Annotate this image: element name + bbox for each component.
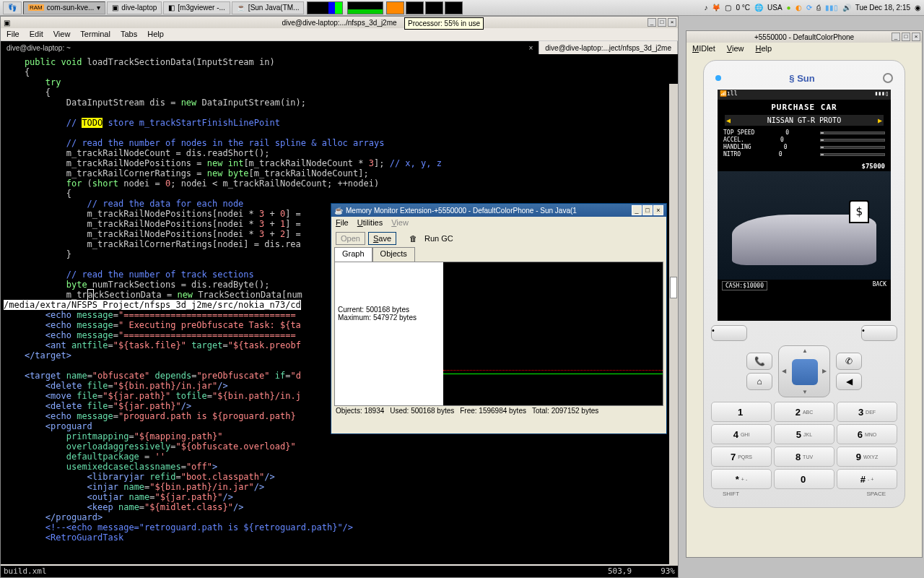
minimize-button[interactable]: _ [632, 205, 642, 215]
firefox-icon[interactable]: 🦊 [712, 4, 720, 12]
save-button[interactable]: Save [368, 232, 396, 245]
key-0[interactable]: 0 [774, 469, 834, 489]
start-menu[interactable]: 👣 [3, 1, 22, 14]
key-1[interactable]: 1 [711, 402, 772, 422]
home-button[interactable]: ⌂ [746, 373, 772, 390]
key-hash[interactable]: #- + [837, 469, 897, 489]
minimize-button[interactable]: _ [892, 33, 900, 41]
taskbar-app-4[interactable]: ☕ [Sun Java(TM... [232, 1, 305, 14]
tab-objects[interactable]: Objects [372, 247, 415, 262]
stat-bar [820, 139, 885, 142]
phone-titlebar[interactable]: +5550000 - DefaultColorPhone _ □ × [687, 31, 922, 43]
key-6[interactable]: 6MNO [837, 424, 897, 444]
menu-file[interactable]: File [6, 30, 19, 39]
close-button[interactable]: × [912, 33, 920, 41]
maximize-button[interactable]: □ [658, 18, 666, 27]
maximize-button[interactable]: □ [642, 205, 653, 215]
close-button[interactable]: × [668, 18, 676, 27]
locale-indicator[interactable]: USA [767, 4, 783, 12]
menu-file[interactable]: File [336, 218, 349, 228]
taskbar-app-2[interactable]: ▣ dive-laptop [107, 1, 162, 14]
call-button[interactable]: 📞 [746, 353, 772, 370]
clock[interactable]: Tue Dec 18, 2:15 [855, 4, 910, 12]
menu-edit[interactable]: Edit [30, 30, 43, 39]
key-8[interactable]: 8TUV [774, 447, 834, 467]
key-4[interactable]: 4GHI [711, 424, 772, 444]
close-button[interactable]: × [653, 205, 663, 215]
dpad-up-icon[interactable]: ▲ [802, 348, 808, 354]
music-icon[interactable]: ♪ [704, 4, 707, 12]
terminal-tab-2[interactable]: dive@dive-laptop:...ject/nfsps_3d_j2me [539, 41, 678, 54]
dpad-select[interactable] [792, 359, 818, 385]
memmon-toolbar: Open Save 🗑 Run GC [331, 230, 666, 247]
end-button[interactable]: ✆ [836, 353, 862, 370]
dpad-right-icon[interactable]: ▶ [822, 368, 827, 374]
power-button[interactable] [883, 73, 893, 83]
terminal-tab-1[interactable]: dive@dive-laptop: ~ × [1, 41, 539, 54]
key-star[interactable]: *+ - [711, 469, 772, 489]
window-list-icon[interactable]: ▢ [725, 4, 731, 12]
stat-label: ACCEL. [723, 137, 744, 143]
volume-icon[interactable]: 🔊 [842, 4, 851, 12]
maximize-button[interactable]: □ [902, 33, 910, 41]
back-button[interactable]: ◀ [836, 373, 862, 390]
workspace-1[interactable] [386, 1, 404, 14]
space-label: SPACE [866, 491, 886, 497]
menu-help[interactable]: Help [755, 44, 772, 54]
right-softkey[interactable]: • [861, 325, 897, 341]
key-5[interactable]: 5JKL [774, 424, 834, 444]
dpad-down-icon[interactable]: ▼ [802, 389, 808, 395]
window-title: Memory Monitor Extension-+5550000 - Defa… [346, 207, 632, 215]
menu-view[interactable]: View [391, 218, 409, 228]
phone-emulator-window: +5550000 - DefaultColorPhone _ □ × MIDle… [686, 30, 923, 558]
tab-graph[interactable]: Graph [334, 247, 372, 262]
menu-midlet[interactable]: MIDlet [692, 44, 715, 54]
vertical-scrollbar[interactable] [669, 84, 678, 566]
stat-value: 0 [780, 137, 784, 143]
memmon-titlebar[interactable]: ☕ Memory Monitor Extension-+5550000 - De… [331, 204, 666, 217]
key-2[interactable]: 2ABC [774, 402, 834, 422]
tray-icon-4[interactable]: ⎙ [816, 4, 821, 12]
terminal-titlebar[interactable]: ▣ dive@dive-laptop:.../nfsps_3d_j2me _ □… [1, 17, 678, 28]
left-softkey[interactable]: • [711, 325, 747, 341]
taskbar-app-3[interactable]: ◧ [m3gviewer -... [163, 1, 230, 14]
tab-close-icon[interactable]: × [528, 44, 533, 52]
key-9[interactable]: 9WXYZ [837, 447, 897, 467]
temp-indicator[interactable]: 0 °C [736, 4, 750, 12]
workspace-3[interactable] [425, 1, 443, 14]
globe-icon[interactable]: 🌐 [754, 4, 763, 12]
car-image: $ [718, 171, 891, 280]
network-icon[interactable]: ▮▮▯ [825, 4, 838, 12]
shutdown-icon[interactable]: ◉ [915, 4, 921, 12]
phone-screen[interactable]: 📶ıll ▮▮▮▯ PURCHASE CAR ◀ NISSAN GT-R PRO… [718, 90, 891, 321]
dpad-left-icon[interactable]: ◀ [782, 368, 786, 374]
workspace-4[interactable] [445, 1, 463, 14]
menu-utilities[interactable]: Utilities [357, 218, 383, 228]
key-7[interactable]: 7PQRS [711, 447, 772, 467]
cpu-graph-1[interactable] [307, 1, 343, 14]
menu-help[interactable]: Help [147, 30, 164, 39]
lock-icon: $ [849, 200, 869, 223]
menu-view[interactable]: View [53, 30, 71, 39]
run-gc-button[interactable]: Run GC [420, 233, 458, 244]
tray-icon-1[interactable]: ● [787, 4, 791, 12]
tray-icon-3[interactable]: ⟳ [806, 4, 812, 12]
dpad[interactable]: ▲ ▼ ◀ ▶ [778, 345, 830, 397]
workspace-2[interactable] [406, 1, 424, 14]
scroll-thumb[interactable] [670, 277, 677, 298]
tray-icon-2[interactable]: ◐ [796, 4, 802, 12]
menu-view[interactable]: View [727, 44, 744, 54]
next-car-icon[interactable]: ▶ [878, 116, 882, 124]
minimize-button[interactable]: _ [648, 18, 656, 27]
workspace-switcher[interactable] [386, 1, 463, 14]
cpu-graph-2[interactable] [347, 1, 383, 14]
menu-tabs[interactable]: Tabs [121, 30, 137, 39]
prev-car-icon[interactable]: ◀ [726, 116, 731, 124]
car-selector[interactable]: ◀ NISSAN GT-R PROTO ▶ [725, 115, 884, 126]
open-button[interactable]: Open [336, 232, 365, 245]
trash-icon: 🗑 [409, 234, 417, 243]
menu-terminal[interactable]: Terminal [80, 30, 110, 39]
key-3[interactable]: 3DEF [837, 402, 897, 422]
taskbar-app-1[interactable]: RAM com-sun-kve... ▾ [23, 1, 105, 14]
phone-menubar: MIDlet View Help [687, 43, 922, 56]
